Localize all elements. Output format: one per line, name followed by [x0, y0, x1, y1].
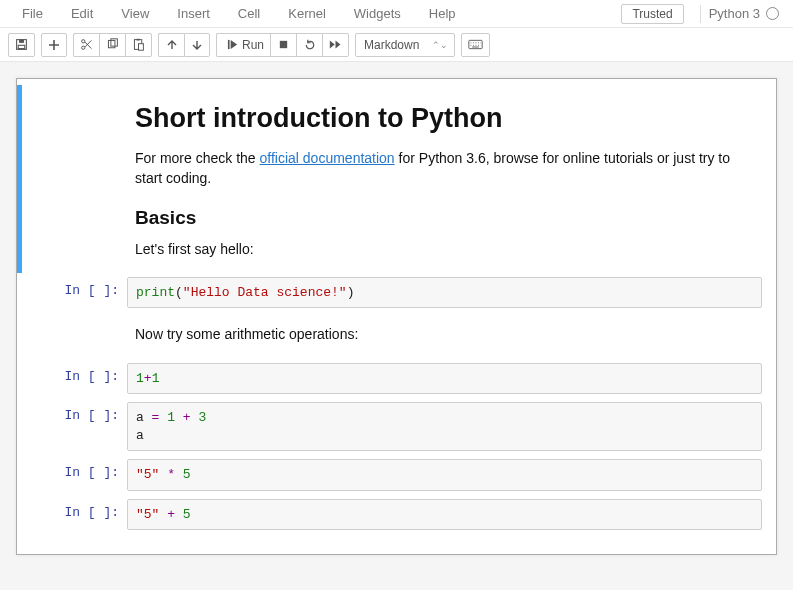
restart-icon: [304, 39, 316, 51]
run-label: Run: [242, 38, 264, 52]
save-icon: [15, 38, 28, 51]
rendered-markdown[interactable]: Now try some arithmetic operations:: [127, 316, 762, 354]
svg-rect-2: [18, 45, 25, 48]
code-token: [175, 410, 183, 425]
heading-1: Short introduction to Python: [135, 103, 754, 134]
notebook-background: Short introduction to PythonFor more che…: [0, 62, 793, 590]
input-prompt: In [ ]:: [31, 277, 127, 309]
copy-icon: [106, 38, 119, 51]
insert-cell-button[interactable]: [41, 33, 67, 57]
svg-rect-1: [19, 40, 24, 43]
code-cell[interactable]: In [ ]:a = 1 + 3 a: [17, 398, 776, 455]
code-token: print: [136, 285, 175, 300]
svg-rect-9: [139, 44, 144, 51]
run-group: Run: [216, 33, 349, 57]
scissors-icon: [80, 38, 93, 51]
menu-file[interactable]: File: [8, 2, 57, 25]
restart-run-all-button[interactable]: [322, 33, 349, 57]
menubar: File Edit View Insert Cell Kernel Widget…: [0, 0, 793, 28]
notebook-container: Short introduction to PythonFor more che…: [16, 78, 777, 555]
code-cell[interactable]: In [ ]:"5" + 5: [17, 495, 776, 535]
arrow-down-icon: [191, 39, 203, 51]
menu-cell[interactable]: Cell: [224, 2, 274, 25]
stop-icon: [278, 39, 289, 50]
code-token: +: [167, 507, 175, 522]
arrow-up-icon: [166, 39, 178, 51]
code-token: "Hello Data science!": [183, 285, 347, 300]
code-token: a: [136, 428, 144, 443]
code-token: [175, 467, 183, 482]
menu-view[interactable]: View: [107, 2, 163, 25]
interrupt-button[interactable]: [270, 33, 296, 57]
code-cell[interactable]: In [ ]:1+1: [17, 359, 776, 399]
chevron-updown-icon: ⌃⌄: [432, 40, 448, 50]
code-token: +: [183, 410, 191, 425]
input-prompt: In [ ]:: [31, 459, 127, 491]
move-group: [158, 33, 210, 57]
svg-rect-11: [280, 41, 287, 48]
kernel-idle-icon[interactable]: [766, 7, 779, 20]
code-token: a: [136, 410, 152, 425]
toolbar: Run Markdown ⌃⌄: [0, 28, 793, 62]
cell-type-select[interactable]: Markdown ⌃⌄: [355, 33, 455, 57]
divider: [700, 5, 701, 23]
svg-point-4: [82, 40, 85, 43]
code-input[interactable]: a = 1 + 3 a: [127, 402, 762, 451]
cut-button[interactable]: [73, 33, 99, 57]
input-prompt: In [ ]:: [31, 499, 127, 531]
svg-point-3: [82, 46, 85, 49]
paste-button[interactable]: [125, 33, 152, 57]
code-token: 3: [198, 410, 206, 425]
code-cell[interactable]: In [ ]:print("Hello Data science!"): [17, 273, 776, 313]
move-down-button[interactable]: [184, 33, 210, 57]
paragraph: For more check the official documentatio…: [135, 148, 754, 189]
kernel-name[interactable]: Python 3: [709, 6, 760, 21]
code-token: [175, 507, 183, 522]
save-button[interactable]: [8, 33, 35, 57]
markdown-cell[interactable]: Short introduction to PythonFor more che…: [17, 85, 776, 273]
run-step-icon: [227, 39, 238, 50]
prompt-empty: [31, 89, 127, 269]
code-token: "5": [136, 467, 159, 482]
run-button[interactable]: Run: [216, 33, 270, 57]
code-token: 1: [167, 410, 175, 425]
official-documentation-link[interactable]: official documentation: [260, 150, 395, 166]
paragraph: Now try some arithmetic operations:: [135, 324, 754, 344]
code-input[interactable]: "5" * 5: [127, 459, 762, 491]
plus-icon: [48, 39, 60, 51]
trusted-indicator[interactable]: Trusted: [621, 4, 683, 24]
menu-kernel[interactable]: Kernel: [274, 2, 340, 25]
code-token: 5: [183, 507, 191, 522]
cell-type-value: Markdown: [364, 38, 419, 52]
input-prompt: In [ ]:: [31, 363, 127, 395]
code-cell[interactable]: In [ ]:"5" * 5: [17, 455, 776, 495]
svg-rect-8: [136, 39, 139, 41]
prompt-empty: [31, 316, 127, 354]
code-token: "5": [136, 507, 159, 522]
move-up-button[interactable]: [158, 33, 184, 57]
svg-rect-6: [111, 39, 118, 46]
menu-insert[interactable]: Insert: [163, 2, 224, 25]
paragraph: Let's first say hello:: [135, 239, 754, 259]
code-input[interactable]: print("Hello Data science!"): [127, 277, 762, 309]
code-input[interactable]: "5" + 5: [127, 499, 762, 531]
svg-rect-10: [228, 40, 230, 49]
menu-edit[interactable]: Edit: [57, 2, 107, 25]
markdown-cell[interactable]: Now try some arithmetic operations:: [17, 312, 776, 358]
code-token: 1: [152, 371, 160, 386]
rendered-markdown[interactable]: Short introduction to PythonFor more che…: [127, 89, 762, 269]
input-prompt: In [ ]:: [31, 402, 127, 451]
code-token: ): [347, 285, 355, 300]
svg-rect-5: [108, 40, 115, 47]
copy-button[interactable]: [99, 33, 125, 57]
code-token: 1: [136, 371, 144, 386]
command-palette-button[interactable]: [461, 33, 490, 57]
code-input[interactable]: 1+1: [127, 363, 762, 395]
restart-button[interactable]: [296, 33, 322, 57]
menu-widgets[interactable]: Widgets: [340, 2, 415, 25]
menu-help[interactable]: Help: [415, 2, 470, 25]
code-token: 5: [183, 467, 191, 482]
edit-group: [73, 33, 152, 57]
fast-forward-icon: [329, 39, 342, 50]
code-token: +: [144, 371, 152, 386]
